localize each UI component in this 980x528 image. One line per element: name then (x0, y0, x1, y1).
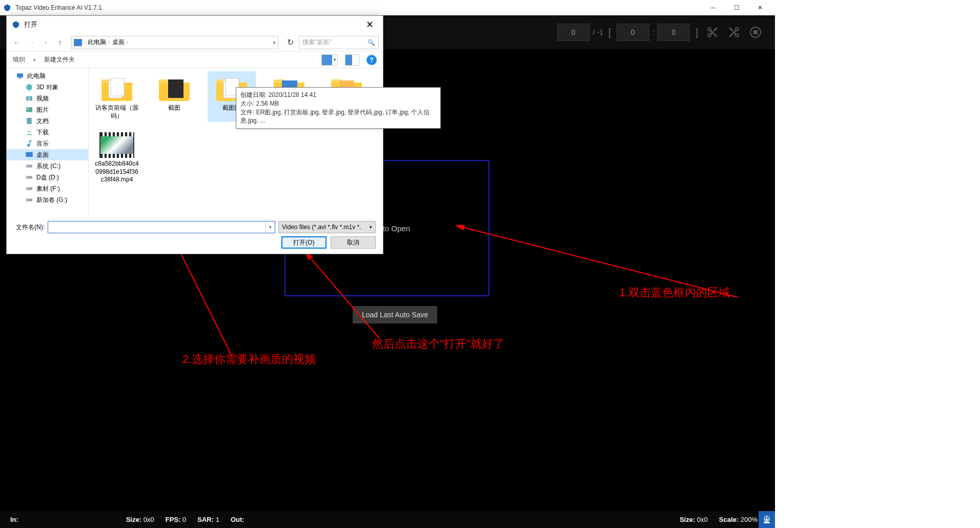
new-folder-button[interactable]: 新建文件夹 (44, 55, 75, 64)
tree-item[interactable]: 图片 (7, 104, 88, 115)
tooltip-line: 大小: 2.56 MB (240, 99, 436, 108)
stop-icon[interactable] (749, 26, 762, 38)
search-input[interactable]: 搜索"桌面" 🔍 (299, 36, 379, 49)
file-label: 访客页前端（源码） (95, 104, 139, 120)
dialog-close-button[interactable]: ✕ (362, 17, 378, 32)
svg-point-17 (31, 199, 31, 200)
tree-item-label: D盘 (D:) (36, 173, 59, 182)
preview-pane-button[interactable] (345, 54, 359, 66)
chevron-down-icon[interactable]: ▾ (266, 221, 275, 233)
filetype-select[interactable]: Video files (*.avi *.flv *.m1v *. ▾ (278, 221, 376, 233)
video-icon (99, 132, 134, 158)
sb-size2-value: 0x0 (697, 516, 708, 523)
tree-item-label: 图片 (36, 106, 49, 114)
doc-icon (25, 117, 33, 125)
shield-icon (12, 21, 20, 29)
organize-menu[interactable]: 组织 (13, 55, 25, 64)
chevron-right-icon: › (84, 39, 86, 45)
video-icon (25, 94, 33, 103)
tree-item[interactable]: 此电脑 (7, 70, 88, 82)
file-open-dialog: 打开 ✕ ← → ▾ ↑ › 此电脑 › 桌面 › ▾ ↻ 搜索"桌面" 🔍 组… (6, 15, 383, 254)
svg-rect-3 (17, 73, 23, 77)
filename-input-wrap: ▾ (48, 221, 275, 233)
maximize-button[interactable]: ☐ (725, 0, 748, 15)
dialog-title: 打开 (24, 20, 37, 29)
chevron-right-icon: › (127, 39, 128, 45)
nav-back-icon[interactable]: ← (11, 36, 23, 49)
drive-icon (25, 196, 33, 204)
music-icon (25, 139, 33, 148)
file-item[interactable]: c8a582bb840c40998d1e154f36c38f48.mp4 (93, 130, 141, 186)
tree-item-label: 素材 (F:) (36, 185, 60, 193)
app-title: Topaz Video Enhance AI V1.7.1 (15, 4, 701, 11)
folder-icon (157, 73, 192, 102)
filetype-label: Video files (*.avi *.flv *.m1v *. (282, 224, 361, 231)
refresh-button[interactable]: ↻ (283, 36, 297, 49)
svg-rect-1 (753, 30, 758, 34)
sb-sar-value: 1 (216, 516, 219, 523)
nav-forward-icon[interactable]: → (25, 36, 37, 49)
window-controls: ─ ☐ ✕ (701, 0, 772, 15)
sb-size2-label: Size: (680, 516, 695, 523)
breadcrumb-item[interactable]: 此电脑 (88, 38, 106, 47)
range-start[interactable]: 0 (617, 24, 649, 41)
sb-size-value: 0x0 (144, 516, 154, 523)
nav-up-icon[interactable]: ↑ (54, 36, 66, 49)
breadcrumb-item[interactable]: 桌面 (112, 38, 125, 47)
nav-tree[interactable]: 此电脑3D 对象视频图片文档下载音乐桌面系统 (C:)D盘 (D:)素材 (F:… (7, 68, 89, 218)
app-titlebar: Topaz Video Enhance AI V1.7.1 ─ ☐ ✕ (0, 0, 775, 15)
tree-item[interactable]: 桌面 (7, 149, 88, 160)
svg-point-13 (31, 177, 31, 177)
cut-end-icon[interactable] (728, 26, 740, 38)
tree-item[interactable]: 下载 (7, 127, 88, 138)
load-last-autosave-button[interactable]: Load Last Auto Save (353, 306, 437, 323)
dialog-toolbar: 组织▾ 新建文件夹 ▾ ? (7, 52, 383, 68)
breadcrumb[interactable]: › 此电脑 › 桌面 › ▾ (71, 36, 278, 49)
minimize-button[interactable]: ─ (701, 0, 725, 15)
tree-item-label: 视频 (36, 94, 49, 103)
help-button[interactable]: ? (366, 55, 377, 65)
desk-icon (25, 151, 33, 159)
tree-item-label: 音乐 (36, 139, 49, 148)
tree-item-label: 下载 (36, 128, 49, 137)
svg-rect-20 (168, 79, 183, 98)
range-colon: : (652, 28, 655, 36)
file-label: c8a582bb840c40998d1e154f36c38f48.mp4 (95, 160, 139, 184)
tree-item-label: 桌面 (36, 151, 49, 159)
chevron-down-icon[interactable]: ▾ (273, 40, 276, 45)
range-end[interactable]: 0 (657, 24, 690, 41)
search-placeholder: 搜索"桌面" (302, 38, 332, 47)
file-item[interactable]: 访客页前端（源码） (93, 71, 141, 122)
download-icon[interactable] (759, 511, 775, 528)
drive-icon (25, 185, 33, 193)
bracket-left: [ (606, 27, 614, 38)
tree-item[interactable]: 音乐 (7, 138, 88, 149)
open-button[interactable]: 打开(O) (281, 236, 326, 249)
file-item[interactable]: 截图 (150, 71, 198, 122)
sb-fps-value: 0 (182, 516, 186, 523)
toolbar-right: 0 / -1 [ 0 : 0 ] (557, 24, 765, 41)
tree-item[interactable]: 3D 对象 (7, 82, 88, 93)
tree-item[interactable]: 视频 (7, 93, 88, 104)
file-label: 截图 (168, 104, 180, 112)
tree-item[interactable]: 素材 (F:) (7, 183, 88, 194)
cancel-button[interactable]: 取消 (331, 236, 376, 249)
close-button[interactable]: ✕ (748, 0, 772, 15)
sb-sar-label: SAR: (197, 516, 214, 523)
tree-item[interactable]: 系统 (C:) (7, 160, 88, 172)
nav-recent-dropdown-icon[interactable]: ▾ (39, 36, 52, 49)
view-mode-button[interactable]: ▾ (321, 54, 338, 66)
pc-icon (74, 39, 82, 46)
tooltip-line: 文件: ER图.jpg, 打赏面板.jpg, 登录.jpg, 登录代码.jpg,… (240, 108, 436, 126)
tree-item-label: 文档 (36, 117, 49, 126)
sb-fps-label: FPS: (166, 516, 181, 523)
filename-input[interactable] (48, 221, 266, 233)
tooltip-line: 创建日期: 2020/11/28 14:41 (240, 91, 436, 99)
cut-start-icon[interactable] (706, 26, 719, 38)
sb-in-label: In: (10, 516, 18, 523)
tree-item[interactable]: 文档 (7, 115, 88, 127)
tree-item[interactable]: D盘 (D:) (7, 172, 88, 183)
pc-icon (16, 72, 24, 80)
frame-current[interactable]: 0 (557, 24, 590, 41)
tree-item[interactable]: 新加卷 (G:) (7, 194, 88, 206)
